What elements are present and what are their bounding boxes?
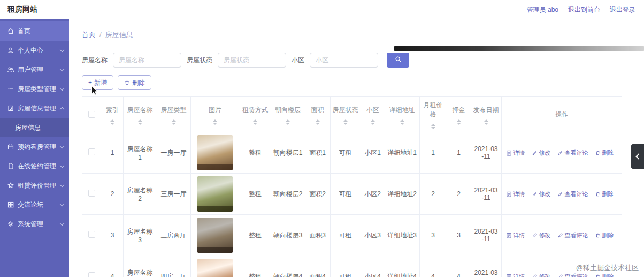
column-header[interactable]: 详细地址 [385, 97, 419, 132]
row-select-cell[interactable] [82, 132, 102, 174]
sidebar-item-contract-management[interactable]: 在线签约管理 [0, 156, 69, 176]
select-all-header[interactable] [82, 97, 102, 132]
sidebar-item-house-type-management[interactable]: 房屋类型管理 [0, 79, 69, 99]
cell-type: 三房一厅 [157, 174, 190, 215]
sidebar-item-house-info-management[interactable]: 房屋信息管理 [0, 99, 69, 118]
row-select-cell[interactable] [82, 174, 102, 215]
delete-button[interactable]: 删除 [595, 190, 614, 198]
view-comments-button[interactable]: 查看评论 [557, 231, 588, 239]
sort-icon[interactable] [431, 124, 435, 129]
action-label: 查看评论 [565, 190, 588, 198]
column-header[interactable]: 月租价格 [419, 97, 447, 132]
forum-icon [7, 201, 14, 208]
add-button[interactable]: + 新增 [82, 75, 113, 90]
column-header[interactable]: 小区 [361, 97, 385, 132]
cell-community: 小区3 [361, 215, 385, 256]
row-select-cell[interactable] [82, 215, 102, 256]
table-row: 4房屋名称4四房一厅整租朝向楼层4面积4可租小区4详细地址4442021-03-… [82, 256, 622, 277]
sidebar-item-forum[interactable]: 交流论坛 [0, 195, 69, 214]
cell-photo [190, 174, 240, 215]
sort-icon[interactable] [484, 119, 488, 125]
row-checkbox[interactable] [88, 190, 95, 197]
edit-button[interactable]: 修改 [532, 231, 551, 239]
view-comments-button[interactable]: 查看评论 [557, 190, 588, 198]
cell-orientation_floor: 朝向楼层1 [271, 132, 305, 174]
cell-index: 1 [102, 132, 123, 174]
sort-icon[interactable] [371, 119, 375, 125]
sort-icon[interactable] [213, 119, 217, 125]
sort-icon[interactable] [172, 119, 176, 125]
column-header[interactable]: 房屋类型 [157, 97, 190, 132]
cell-address: 详细地址2 [385, 174, 419, 215]
sidebar-item-home[interactable]: 首页 [0, 21, 69, 41]
sidebar-item-review-management[interactable]: 租赁评价管理 [0, 176, 69, 195]
chevron-down-icon [60, 66, 64, 71]
cell-actions: 详情修改查看评论删除 [501, 174, 622, 215]
view-comments-button[interactable]: 查看评论 [557, 273, 588, 277]
admin-user-link[interactable]: 管理员 abo [527, 5, 558, 14]
detail-button[interactable]: 详情 [506, 149, 525, 157]
action-label: 删除 [602, 190, 614, 198]
column-header[interactable]: 房屋名称 [123, 97, 157, 132]
sort-icon[interactable] [400, 119, 404, 125]
sidebar-subitem-label: 房屋信息 [15, 123, 41, 132]
exit-to-front-link[interactable]: 退出到前台 [568, 5, 600, 14]
row-select-cell[interactable] [82, 256, 102, 277]
column-header[interactable]: 押金 [447, 97, 471, 132]
list-icon [7, 85, 14, 93]
cell-address: 详细地址3 [385, 215, 419, 256]
detail-button[interactable]: 详情 [506, 190, 525, 198]
sidebar-item-appointment-management[interactable]: 预约看房管理 [0, 137, 69, 156]
edit-button[interactable]: 修改 [532, 149, 551, 157]
sidebar-item-profile[interactable]: 个人中心 [0, 41, 69, 60]
breadcrumb-home[interactable]: 首页 [82, 31, 96, 39]
column-header[interactable]: 图片 [190, 97, 240, 132]
cell-date: 2021-03-11 [471, 215, 501, 256]
detail-button[interactable]: 详情 [506, 231, 525, 239]
detail-button[interactable]: 详情 [506, 273, 525, 277]
sidebar-subitem-house-info[interactable]: 房屋信息 [0, 118, 69, 137]
chevron-up-icon [60, 107, 64, 111]
column-header[interactable]: 发布日期 [471, 97, 501, 132]
house-name-input[interactable] [113, 53, 181, 68]
row-checkbox[interactable] [88, 272, 95, 277]
sort-icon[interactable] [286, 119, 290, 125]
cell-rent_mode: 整租 [240, 174, 271, 215]
sort-icon[interactable] [110, 119, 114, 125]
sort-icon[interactable] [343, 119, 348, 125]
row-checkbox[interactable] [88, 231, 95, 238]
search-button[interactable] [387, 53, 409, 68]
edit-button[interactable]: 修改 [532, 190, 551, 198]
panel-collapse-button[interactable] [631, 144, 644, 169]
edit-button[interactable]: 修改 [532, 273, 551, 277]
cell-name: 房屋名称4 [123, 256, 157, 277]
row-checkbox[interactable] [88, 148, 95, 155]
cell-actions: 详情修改查看评论删除 [501, 132, 622, 174]
delete-button[interactable]: 删除 [595, 149, 614, 157]
sort-icon[interactable] [316, 119, 320, 125]
sidebar-item-system-management[interactable]: 系统管理 [0, 214, 69, 234]
cell-orientation_floor: 朝向楼层2 [271, 174, 305, 215]
column-header[interactable]: 面积 [305, 97, 330, 132]
action-label: 查看评论 [565, 231, 588, 239]
column-header[interactable]: 索引 [102, 97, 123, 132]
sort-icon[interactable] [457, 119, 461, 125]
delete-button[interactable]: 删除 [595, 273, 614, 277]
column-header[interactable]: 租赁方式 [240, 97, 271, 132]
sort-icon[interactable] [138, 119, 142, 125]
column-header[interactable]: 朝向楼层 [271, 97, 305, 132]
delete-button[interactable]: 删除 [118, 75, 151, 90]
community-input[interactable] [310, 53, 378, 68]
cell-area: 面积4 [305, 256, 330, 277]
logout-link[interactable]: 退出登录 [610, 5, 635, 14]
sort-icon[interactable] [253, 119, 257, 125]
star-icon [7, 182, 14, 189]
house-name-label: 房屋名称 [82, 56, 108, 65]
house-status-input[interactable] [218, 53, 286, 68]
sidebar-item-user-management[interactable]: 用户管理 [0, 60, 69, 79]
view-comments-button[interactable]: 查看评论 [557, 149, 588, 157]
column-header[interactable]: 房屋状态 [330, 97, 361, 132]
cell-address: 详细地址4 [385, 256, 419, 277]
select-all-checkbox[interactable] [88, 111, 95, 118]
delete-button[interactable]: 删除 [595, 231, 614, 239]
